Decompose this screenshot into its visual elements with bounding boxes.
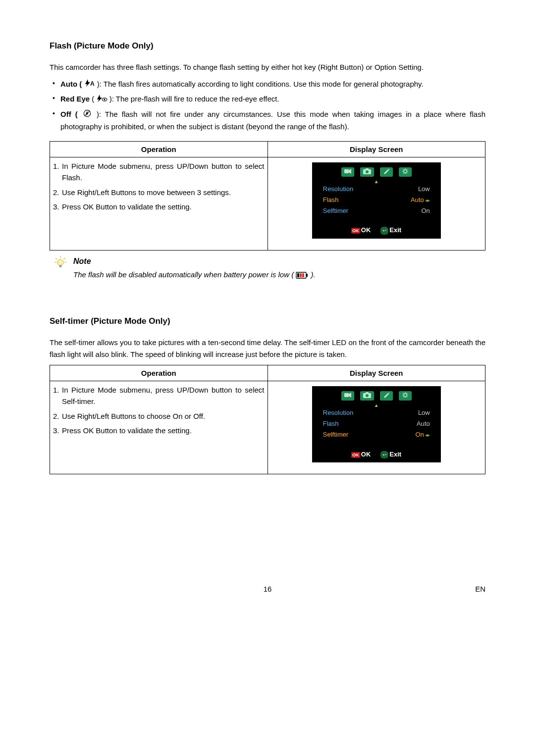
note-text-after: ).	[311, 270, 316, 279]
effect-icon	[380, 391, 393, 401]
settings-icon	[399, 391, 412, 401]
svg-rect-25	[59, 265, 62, 267]
display-screen-selftimer: ▲ ResolutionLow FlashAuto SelftimerOn◂▸ …	[312, 386, 441, 462]
ok-label: OK	[361, 451, 371, 458]
mode-auto-label: Auto (	[60, 80, 82, 88]
mode-redeye-text: ): The pre-flash will fire to reduce the…	[109, 95, 279, 103]
svg-point-34	[366, 394, 369, 397]
table-header-row: Operation Display Screen	[50, 365, 485, 381]
selftimer-step1: In Picture Mode submenu, press UP/Down b…	[62, 386, 265, 405]
svg-line-42	[407, 397, 407, 397]
left-right-arrows-icon: ◂▸	[425, 198, 430, 203]
note-text: The flash will be disabled automatically…	[73, 269, 316, 280]
movie-mode-icon	[341, 391, 354, 401]
svg-rect-28	[297, 273, 299, 277]
exit-label: Exit	[389, 226, 401, 234]
picture-mode-icon	[360, 167, 374, 177]
svg-rect-33	[366, 392, 369, 394]
row-value: Auto	[411, 196, 424, 203]
flash-intro: This camcorder has three flash settings.…	[50, 61, 485, 73]
ok-badge-icon: OK	[351, 228, 360, 234]
effect-icon	[380, 167, 393, 177]
flash-off-icon	[82, 109, 93, 120]
mode-redeye: Red Eye ( ): The pre-flash will fire to …	[50, 93, 485, 105]
col-operation: Operation	[50, 141, 268, 157]
row-label: Resolution	[323, 408, 353, 418]
note-text-before: The flash will be disabled automatically…	[73, 270, 294, 279]
svg-rect-29	[300, 273, 302, 277]
display-cell: ▲ ResolutionLow FlashAuto◂▸ SelftimerOn …	[268, 157, 485, 251]
svg-point-9	[388, 169, 389, 170]
flash-step2: Use Right/Left Buttons to move between 3…	[62, 188, 231, 197]
mode-redeye-label: Red Eye	[60, 95, 90, 103]
col-operation: Operation	[50, 365, 268, 381]
flash-auto-icon: A	[84, 79, 95, 90]
svg-rect-30	[302, 273, 304, 277]
display-cell: ▲ ResolutionLow FlashAuto SelftimerOn◂▸ …	[268, 381, 485, 474]
svg-line-20	[55, 258, 57, 259]
svg-rect-7	[366, 168, 369, 170]
left-right-arrows-icon: ◂▸	[425, 432, 430, 438]
exit-badge-icon: ↩	[380, 451, 388, 459]
up-arrow-icon: ▲	[312, 180, 441, 184]
svg-line-43	[403, 397, 403, 397]
battery-low-icon	[296, 270, 311, 279]
settings-icon	[399, 167, 412, 177]
flash-step1: In Picture Mode submenu, press UP/Down b…	[62, 162, 265, 182]
row-label: Selftimer	[323, 206, 348, 216]
flash-redeye-icon	[97, 94, 107, 105]
svg-line-18	[407, 169, 407, 170]
table-header-row: Operation Display Screen	[50, 141, 485, 157]
lightbulb-icon	[54, 255, 67, 271]
col-display: Display Screen	[268, 365, 485, 381]
row-value: On	[415, 431, 424, 438]
heading-selftimer: Self-timer (Picture Mode Only)	[50, 315, 485, 328]
row-label: Selftimer	[323, 430, 348, 440]
exit-label: Exit	[389, 451, 401, 458]
svg-line-16	[407, 173, 407, 173]
svg-rect-5	[344, 169, 349, 173]
row-value: Low	[418, 184, 430, 194]
footer-lang: EN	[475, 583, 485, 595]
row-label: Flash	[323, 195, 339, 205]
mode-off: Off ( ): The flash will not fire under a…	[50, 108, 485, 132]
svg-line-17	[403, 173, 403, 173]
mode-auto: Auto ( A ): The flash fires automaticall…	[50, 78, 485, 91]
picture-mode-icon	[360, 391, 374, 401]
row-label: Flash	[323, 419, 339, 429]
col-display: Display Screen	[268, 141, 485, 157]
mode-off-label: Off (	[60, 110, 78, 118]
ok-badge-icon: OK	[351, 452, 360, 458]
table-row: 1.In Picture Mode submenu, press UP/Down…	[50, 157, 485, 251]
table-row: 1.In Picture Mode submenu, press UP/Down…	[50, 381, 485, 474]
row-label: Resolution	[323, 184, 353, 194]
svg-line-21	[64, 258, 65, 259]
row-value: Low	[418, 408, 430, 418]
note-block: Note The flash will be disabled automati…	[54, 255, 485, 280]
page-number: 16	[264, 583, 272, 595]
svg-point-8	[366, 170, 369, 173]
selftimer-intro: The self-timer allows you to take pictur…	[50, 337, 485, 360]
selftimer-table: Operation Display Screen 1.In Picture Mo…	[50, 365, 485, 474]
svg-text:A: A	[90, 80, 95, 87]
svg-rect-31	[344, 393, 349, 397]
svg-point-35	[388, 393, 389, 394]
svg-line-44	[407, 393, 407, 394]
flash-table: Operation Display Screen 1.In Picture Mo…	[50, 141, 485, 251]
mode-auto-text: ): The flash fires automatically accordi…	[97, 80, 424, 88]
svg-line-15	[403, 169, 403, 170]
svg-rect-27	[306, 274, 308, 277]
svg-line-41	[403, 393, 403, 394]
selftimer-step2: Use Right/Left Buttons to choose On or O…	[62, 412, 205, 420]
heading-flash: Flash (Picture Mode Only)	[50, 40, 485, 52]
operation-cell: 1.In Picture Mode submenu, press UP/Down…	[50, 157, 268, 251]
row-value: On	[421, 206, 429, 216]
flash-mode-list: Auto ( A ): The flash fires automaticall…	[50, 78, 485, 132]
selftimer-step3: Press OK Button to validate the setting.	[62, 426, 192, 435]
note-title: Note	[73, 255, 316, 268]
mode-off-text: ): The flash will not fire under any cir…	[60, 110, 485, 131]
flash-step3: Press OK Button to validate the setting.	[62, 202, 192, 211]
svg-point-36	[404, 394, 407, 397]
exit-badge-icon: ↩	[380, 227, 388, 235]
svg-point-24	[57, 259, 63, 265]
